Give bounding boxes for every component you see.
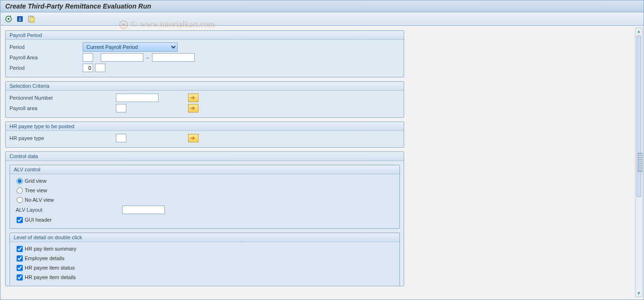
payee-item-details-checkbox[interactable] xyxy=(17,274,23,281)
right-empty-pane: ▲ ▼ xyxy=(409,26,644,299)
employee-details-checkbox[interactable] xyxy=(17,255,23,262)
alv-layout-input[interactable] xyxy=(122,206,165,214)
group-payroll-period: Payroll Period Period Current Payroll Pe… xyxy=(5,30,404,77)
page-title: Create Third-Party Remittance Evaluation… xyxy=(5,2,151,10)
group-title: Control data xyxy=(6,152,404,161)
hr-payee-type-input[interactable] xyxy=(116,134,126,142)
group-control-data: Control data ALV control Grid view Tree … xyxy=(5,151,404,286)
payroll-area-label2: Payroll area xyxy=(9,105,114,111)
info-icon[interactable]: i xyxy=(16,15,24,23)
gui-header-label: GUI header xyxy=(25,217,52,223)
group-hr-payee-type: HR payee type to be posted HR payee type xyxy=(5,122,404,148)
payroll-area-label: Payroll Area xyxy=(9,55,81,60)
app-window: Create Third-Party Remittance Evaluation… xyxy=(0,0,644,300)
alv-layout-label: ALV Layout xyxy=(16,207,120,213)
execute-icon[interactable] xyxy=(4,15,13,23)
period-label: Period xyxy=(9,44,81,50)
personnel-number-input[interactable] xyxy=(116,94,159,102)
variant-icon[interactable] xyxy=(27,15,36,23)
period-select[interactable]: Current Payroll Period xyxy=(83,42,178,52)
no-alv-label: No ALV view xyxy=(25,197,54,203)
range-dash: – xyxy=(145,55,150,60)
scroll-down-arrow[interactable]: ▼ xyxy=(635,290,642,297)
scroll-up-arrow[interactable]: ▲ xyxy=(635,28,642,35)
group-title: Payroll Period xyxy=(6,31,404,40)
svg-line-2 xyxy=(10,16,11,17)
pay-item-summary-checkbox[interactable] xyxy=(17,246,23,252)
group-level-detail: Level of detail on double click HR pay i… xyxy=(9,233,400,286)
group-selection-criteria: Selection Criteria Personnel Number Payr… xyxy=(5,81,404,118)
gui-header-checkbox[interactable] xyxy=(17,217,23,223)
grid-view-radio[interactable] xyxy=(17,178,23,184)
svg-point-1 xyxy=(8,18,9,20)
personnel-multiselect-button[interactable] xyxy=(188,94,199,102)
payroll-area-input2[interactable] xyxy=(116,104,126,112)
pay-item-summary-label: HR pay item summary xyxy=(25,246,76,252)
group-title: ALV control xyxy=(10,165,399,174)
tree-view-radio[interactable] xyxy=(17,188,23,194)
splitter-grip[interactable] xyxy=(638,153,643,172)
payroll-range-to[interactable] xyxy=(152,53,195,62)
svg-text:i: i xyxy=(19,17,21,22)
group-title: Selection Criteria xyxy=(6,82,404,91)
scroll-thumb[interactable] xyxy=(636,36,641,197)
hr-payee-type-multiselect-button[interactable] xyxy=(188,134,199,142)
group-title: HR payee type to be posted xyxy=(6,122,404,131)
grid-view-label: Grid view xyxy=(25,178,47,184)
payroll-area-input[interactable] xyxy=(83,53,93,62)
toolbar: i xyxy=(0,12,644,26)
period2-label: Period xyxy=(9,65,81,71)
svg-rect-6 xyxy=(30,17,34,22)
payee-item-status-checkbox[interactable] xyxy=(17,265,23,271)
group-alv-control: ALV control Grid view Tree view xyxy=(9,165,400,229)
period-num-input[interactable] xyxy=(83,64,93,72)
no-alv-radio[interactable] xyxy=(17,197,23,203)
payroll-range-from[interactable] xyxy=(101,53,143,62)
content-area: Payroll Period Period Current Payroll Pe… xyxy=(0,26,409,299)
employee-details-label: Employee details xyxy=(25,255,65,261)
group-title: Level of detail on double click xyxy=(10,233,399,242)
tree-view-label: Tree view xyxy=(25,188,47,193)
personnel-number-label: Personnel Number xyxy=(9,95,114,101)
payee-item-details-label: HR payee item details xyxy=(25,274,76,280)
payee-item-status-label: HR payee item status xyxy=(25,265,75,271)
title-bar: Create Third-Party Remittance Evaluation… xyxy=(0,0,644,12)
period-ext-input[interactable] xyxy=(95,64,105,72)
hr-payee-type-label: HR payee type xyxy=(9,135,114,141)
payroll-area-multiselect-button[interactable] xyxy=(188,104,199,112)
